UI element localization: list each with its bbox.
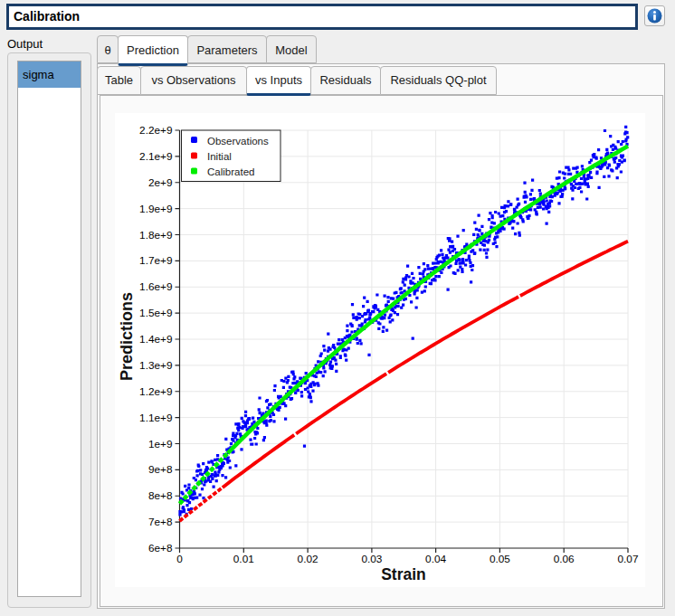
svg-text:Initial: Initial: [207, 151, 232, 162]
svg-text:Observations: Observations: [207, 136, 269, 147]
svg-text:1.4e+9: 1.4e+9: [139, 333, 172, 346]
svg-text:Calibrated: Calibrated: [207, 166, 254, 177]
svg-text:0.02: 0.02: [298, 553, 318, 565]
svg-text:0: 0: [176, 553, 183, 565]
svg-text:0.07: 0.07: [618, 553, 639, 565]
svg-text:6e+8: 6e+8: [148, 542, 173, 554]
svg-text:1.1e+9: 1.1e+9: [139, 412, 172, 424]
svg-text:1e+9: 1e+9: [148, 438, 173, 450]
svg-text:0.06: 0.06: [554, 553, 575, 565]
svg-text:Strain: Strain: [381, 565, 426, 583]
svg-text:1.8e+9: 1.8e+9: [139, 229, 172, 242]
svg-text:0.04: 0.04: [425, 553, 446, 565]
svg-text:1.9e+9: 1.9e+9: [139, 203, 172, 215]
svg-text:0.01: 0.01: [233, 553, 254, 565]
svg-text:Predictions: Predictions: [118, 292, 136, 381]
svg-text:0.03: 0.03: [361, 553, 382, 565]
svg-text:7e+8: 7e+8: [148, 516, 173, 528]
svg-text:1.3e+9: 1.3e+9: [139, 359, 172, 372]
svg-text:9e+8: 9e+8: [148, 463, 173, 476]
svg-text:1.5e+9: 1.5e+9: [139, 307, 172, 319]
svg-text:1.6e+9: 1.6e+9: [139, 280, 172, 293]
svg-text:2e+9: 2e+9: [148, 176, 173, 189]
svg-text:8e+8: 8e+8: [148, 489, 173, 502]
svg-text:1.2e+9: 1.2e+9: [139, 385, 172, 398]
svg-text:1.7e+9: 1.7e+9: [139, 254, 172, 267]
svg-text:0.05: 0.05: [490, 553, 510, 565]
svg-text:2.2e+9: 2.2e+9: [139, 124, 172, 137]
svg-text:2.1e+9: 2.1e+9: [139, 150, 172, 163]
